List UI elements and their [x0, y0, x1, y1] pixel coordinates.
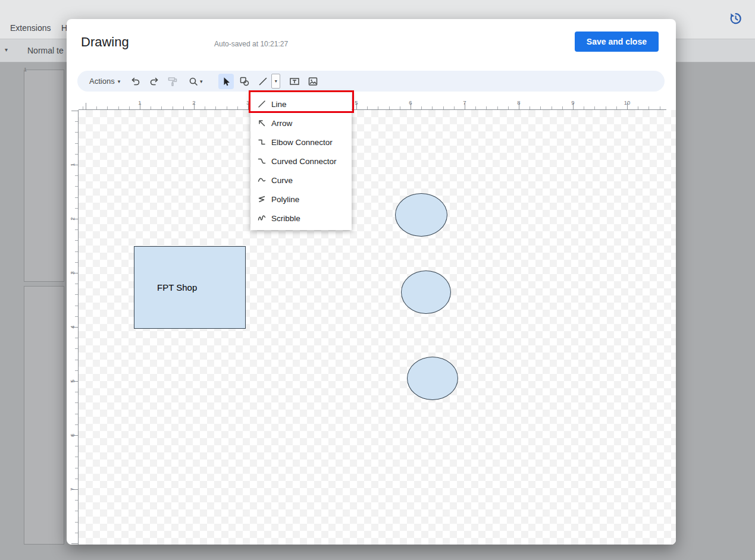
ruler-number: 1: [138, 99, 141, 106]
menu-item-polyline[interactable]: Polyline: [250, 190, 352, 209]
ruler-number: 7: [463, 99, 466, 106]
curve-icon: [257, 175, 267, 185]
shape-text: FPT Shop: [157, 282, 197, 292]
select-tool-button[interactable]: [218, 74, 234, 89]
horizontal-ruler: 1 2 3 4 5 6 7 8 9 10: [79, 98, 666, 110]
menu-item-scribble[interactable]: Scribble: [250, 209, 352, 228]
undo-button[interactable]: [128, 74, 143, 89]
chevron-down-icon: ▾: [5, 46, 8, 53]
ruler-number: 7: [69, 487, 76, 490]
ruler-number: 1: [69, 163, 76, 166]
dialog-title: Drawing: [81, 34, 129, 50]
ruler-number: 3: [246, 99, 249, 106]
arrow-icon: [257, 118, 267, 128]
elbow-connector-icon: [257, 137, 267, 147]
vertical-ruler: 1 2 3 4 5 6 7: [70, 110, 79, 545]
line-tool-dropdown-button[interactable]: ▾: [271, 74, 280, 89]
ruler-number: 9: [571, 99, 574, 106]
paint-format-button[interactable]: [165, 74, 180, 89]
ellipse-shape[interactable]: [395, 193, 447, 237]
document-page: [24, 70, 64, 282]
docs-ruler-number: 1: [24, 67, 27, 73]
line-tool-group: ▾: [255, 74, 280, 89]
redo-button[interactable]: [146, 74, 162, 89]
ruler-number: 6: [69, 433, 76, 436]
line-type-menu: Line Arrow Elbow Connector Curved Connec…: [250, 92, 352, 230]
ruler-number: 2: [192, 99, 195, 106]
image-icon: [308, 76, 318, 87]
menu-item-curved-connector[interactable]: Curved Connector: [250, 152, 352, 171]
menu-item-extensions: Extensions: [10, 23, 51, 33]
ruler-number: 8: [517, 99, 520, 106]
ruler-number: 5: [355, 99, 358, 106]
cursor-icon: [221, 76, 231, 87]
ruler-major-ticks: [79, 103, 666, 109]
autosave-status: Auto-saved at 10:21:27: [214, 40, 288, 48]
ruler-number: 6: [409, 99, 412, 106]
menu-item-elbow-connector[interactable]: Elbow Connector: [250, 133, 352, 152]
save-and-close-button[interactable]: Save and close: [575, 32, 659, 52]
ruler-number: 10: [624, 99, 631, 106]
line-tool-button[interactable]: [255, 74, 271, 89]
ellipse-shape[interactable]: [401, 270, 451, 314]
ruler-number: 5: [69, 379, 76, 382]
scribble-icon: [257, 213, 267, 223]
document-page: [24, 286, 64, 545]
ruler-number: 3: [69, 271, 76, 274]
paragraph-style-selector: Normal te: [27, 46, 64, 55]
drawing-dialog: Drawing Auto-saved at 10:21:27 Save and …: [67, 19, 676, 545]
redo-icon: [149, 76, 159, 87]
chevron-down-icon: ▾: [275, 78, 277, 84]
version-history-icon: [728, 11, 743, 26]
ruler-number: 2: [69, 217, 76, 220]
shape-tool-button[interactable]: [237, 74, 252, 89]
image-tool-button[interactable]: [305, 74, 321, 89]
menu-item-arrow[interactable]: Arrow: [250, 114, 352, 133]
line-icon: [257, 99, 267, 109]
zoom-button[interactable]: ▾: [183, 74, 207, 89]
polyline-icon: [257, 194, 267, 204]
menu-item-curve[interactable]: Curve: [250, 171, 352, 190]
actions-button[interactable]: Actions ▾: [84, 74, 125, 89]
paint-format-icon: [167, 76, 178, 87]
ruler-number: 4: [69, 325, 76, 328]
chevron-down-icon: ▾: [200, 78, 203, 84]
drawing-toolbar: Actions ▾ ▾: [77, 71, 665, 92]
chevron-down-icon: ▾: [118, 78, 121, 84]
rectangle-shape[interactable]: FPT Shop: [134, 246, 246, 329]
text-box-icon: [289, 76, 300, 87]
undo-icon: [130, 76, 141, 87]
drawing-canvas[interactable]: FPT Shop: [79, 110, 676, 545]
shape-icon: [239, 76, 250, 87]
menu-item-line[interactable]: Line: [250, 95, 352, 114]
line-icon: [258, 76, 268, 87]
actions-label: Actions: [89, 77, 115, 86]
text-box-tool-button[interactable]: [287, 74, 302, 89]
zoom-icon: [188, 76, 199, 87]
ellipse-shape[interactable]: [407, 357, 458, 400]
curved-connector-icon: [257, 156, 267, 166]
screen: Extensions H ▾ Normal te 1 Drawing Auto-…: [0, 0, 755, 560]
